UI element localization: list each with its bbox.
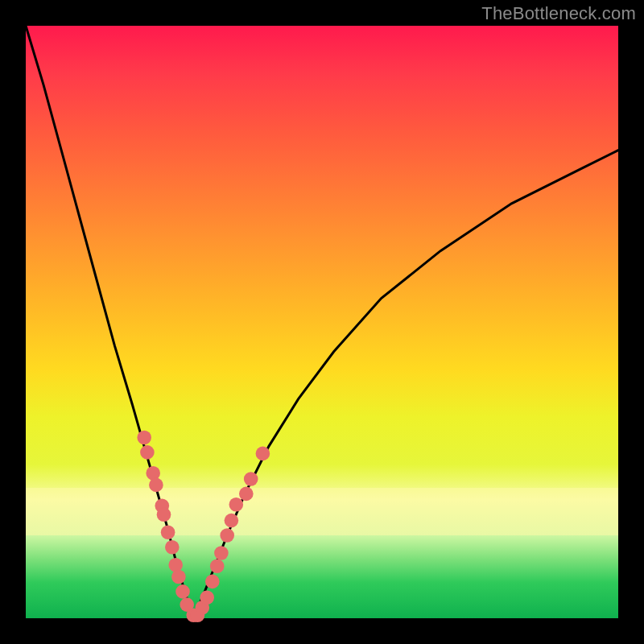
highlight-dot (244, 472, 258, 486)
highlight-dot (225, 514, 239, 528)
curve-right (193, 151, 618, 618)
highlight-dot (214, 546, 229, 560)
highlight-dot (239, 487, 254, 502)
highlight-dot (220, 528, 234, 543)
highlight-dot (171, 570, 186, 584)
watermark-text: TheBottleneck.com (481, 3, 636, 24)
highlight-dot (146, 466, 160, 481)
plot-area (26, 26, 618, 618)
curves-svg (26, 26, 618, 618)
highlight-dot (256, 447, 270, 461)
highlight-dot (140, 445, 155, 460)
highlight-dot (229, 497, 244, 512)
highlight-dot (137, 431, 151, 445)
highlight-dot (210, 559, 225, 573)
highlight-dot (175, 584, 190, 599)
highlight-dot (165, 540, 180, 555)
highlight-dot (205, 575, 220, 589)
highlight-dot (157, 507, 171, 522)
highlight-dot (149, 478, 163, 493)
highlight-dots (137, 431, 270, 622)
chart-frame: TheBottleneck.com (0, 0, 644, 644)
highlight-dot (161, 526, 175, 540)
highlight-dot (168, 558, 183, 572)
highlight-dot (200, 590, 214, 605)
